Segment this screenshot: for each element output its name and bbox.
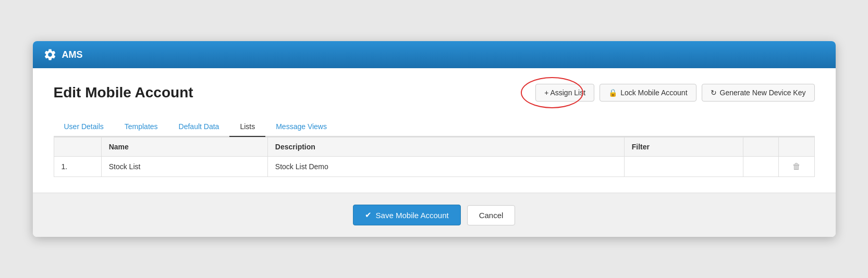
col-header-num (54, 137, 101, 157)
tab-user-details[interactable]: User Details (54, 117, 114, 137)
app-window: AMS Edit Mobile Account + Assign List 🔒 … (33, 41, 836, 237)
lists-table: Name Description Filter 1. Stock List St… (54, 137, 815, 177)
footer-bar: ✔ Save Mobile Account Cancel (33, 193, 836, 237)
table-header-row: Name Description Filter (54, 137, 814, 157)
col-header-action2 (779, 137, 814, 157)
tab-message-views[interactable]: Message Views (265, 117, 337, 137)
col-header-description: Description (267, 137, 624, 157)
tab-templates[interactable]: Templates (114, 117, 168, 137)
refresh-icon: ↻ (711, 89, 717, 97)
row-description: Stock List Demo (267, 157, 624, 177)
col-header-action1 (743, 137, 778, 157)
table-row: 1. Stock List Stock List Demo 🗑 (54, 157, 814, 177)
row-action-edit (743, 157, 778, 177)
col-header-name: Name (101, 137, 267, 157)
main-content: Edit Mobile Account + Assign List 🔒 Lock… (33, 68, 836, 177)
generate-new-device-key-button[interactable]: ↻ Generate New Device Key (702, 84, 815, 102)
cancel-button[interactable]: Cancel (467, 205, 516, 225)
navbar-title: AMS (62, 49, 83, 60)
assign-list-button[interactable]: + Assign List (535, 84, 594, 102)
lock-icon: 🔒 (608, 89, 617, 97)
gear-icon (43, 48, 57, 61)
trash-icon[interactable]: 🗑 (792, 162, 801, 171)
row-name: Stock List (101, 157, 267, 177)
save-button-label: Save Mobile Account (376, 211, 449, 220)
lists-table-wrapper: Name Description Filter 1. Stock List St… (54, 137, 815, 177)
generate-key-button-label: Generate New Device Key (720, 89, 806, 97)
page-header: Edit Mobile Account + Assign List 🔒 Lock… (54, 84, 815, 102)
lock-button-label: Lock Mobile Account (620, 89, 687, 97)
header-actions: + Assign List 🔒 Lock Mobile Account ↻ Ge… (535, 84, 814, 102)
tab-lists[interactable]: Lists (229, 117, 265, 137)
navbar: AMS (33, 41, 836, 68)
checkmark-icon: ✔ (365, 210, 372, 220)
tab-default-data[interactable]: Default Data (168, 117, 230, 137)
save-mobile-account-button[interactable]: ✔ Save Mobile Account (353, 205, 461, 225)
lock-mobile-account-button[interactable]: 🔒 Lock Mobile Account (600, 84, 696, 102)
navbar-brand: AMS (43, 48, 83, 61)
col-header-filter: Filter (624, 137, 743, 157)
row-filter (624, 157, 743, 177)
row-action-delete[interactable]: 🗑 (779, 157, 814, 177)
row-num: 1. (54, 157, 101, 177)
page-title: Edit Mobile Account (54, 84, 193, 101)
tabs-bar: User Details Templates Default Data List… (54, 117, 815, 137)
